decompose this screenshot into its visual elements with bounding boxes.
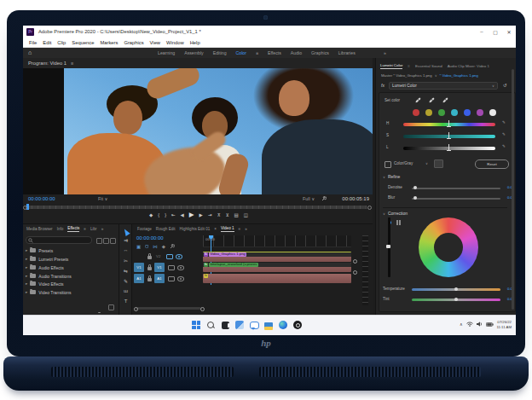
add-marker-button[interactable]: ◆ <box>149 211 153 219</box>
expand-icon[interactable]: ▸ <box>26 248 27 252</box>
widgets-icon[interactable] <box>235 321 245 330</box>
tray-chevron-icon[interactable]: ∧ <box>460 322 463 327</box>
workspace-menu-icon[interactable]: ≡ <box>256 50 258 55</box>
sliders-mode-icon[interactable] <box>396 220 402 225</box>
preview-swatch-icon[interactable] <box>434 159 443 168</box>
mark-in-button[interactable]: { <box>158 211 159 219</box>
color-swatch-red[interactable] <box>413 109 419 116</box>
lock-icon[interactable] <box>147 256 152 259</box>
color-swatch-purple[interactable] <box>477 109 483 116</box>
menu-edit[interactable]: Edit <box>43 40 51 45</box>
timeline-vertical-scrollbar[interactable] <box>362 235 368 305</box>
tab-highlights-edit[interactable]: Highlights Edit 01 <box>180 227 211 231</box>
nest-toggle-icon[interactable]: ▣ <box>136 244 141 249</box>
extract-button[interactable]: ⊻ <box>225 211 228 219</box>
luma-edit-icon[interactable]: ✎ <box>502 144 506 148</box>
effects-list-item[interactable]: ▸Audio Transitions <box>26 272 72 280</box>
workspace-tab-editing[interactable]: Editing <box>213 50 227 55</box>
tab-effects[interactable]: Effects <box>67 226 79 232</box>
pinned-app-icon[interactable] <box>293 321 303 330</box>
selected-clip-label[interactable]: * Video_Graphics 1.png <box>440 73 478 78</box>
chat-icon[interactable] <box>250 321 259 330</box>
zoom-handle-right[interactable] <box>200 307 205 311</box>
blur-slider[interactable] <box>412 198 500 200</box>
color-wheel[interactable] <box>419 217 478 277</box>
effects-list-item[interactable]: ▸Video Transitions <box>26 288 72 296</box>
saturation-slider-handle[interactable] <box>448 132 449 138</box>
workspace-tab-audio[interactable]: Audio <box>291 50 302 55</box>
panel-menu-icon[interactable]: ≡ <box>84 227 86 231</box>
denoise-slider[interactable] <box>412 188 500 189</box>
effects-search-input[interactable] <box>26 236 92 244</box>
workspace-tab-assembly[interactable]: Assembly <box>184 50 204 55</box>
lumetri-scrollbar[interactable] <box>512 69 514 310</box>
playback-resolution-dropdown[interactable]: Full ∨ <box>303 196 315 201</box>
camera-icon[interactable] <box>168 265 175 270</box>
menu-sequence[interactable]: Sequence <box>72 40 94 45</box>
close-button[interactable]: ✕ <box>502 26 516 38</box>
master-clip-label[interactable]: Master * Video_Graphics 1.png <box>381 73 432 78</box>
hue-edit-icon[interactable]: ✎ <box>502 120 506 125</box>
eyedropper-icon[interactable] <box>415 97 421 103</box>
camera-icon[interactable] <box>168 276 175 281</box>
new-folder-icon[interactable] <box>108 304 114 310</box>
close-tab-icon[interactable]: × <box>214 227 217 231</box>
tab-media-browser[interactable]: Media Browser <box>26 227 53 231</box>
workspace-tab-effects[interactable]: Effects <box>268 50 281 55</box>
program-tab-label[interactable]: Program: Video 1 <box>28 61 66 66</box>
workspace-tab-color[interactable]: Color <box>236 50 246 55</box>
color-swatch-blue[interactable] <box>464 109 471 116</box>
eye-toggle-icon[interactable] <box>176 254 182 259</box>
hue-slider-handle[interactable] <box>448 120 449 126</box>
settings-wrench-icon[interactable] <box>321 196 327 201</box>
eyedropper-minus-icon[interactable] <box>442 97 448 103</box>
panel-menu-icon[interactable]: ≡ <box>71 61 73 66</box>
linked-selection-icon[interactable]: ⋈ <box>153 244 158 249</box>
refine-section-header[interactable]: ∨ Refine <box>383 174 400 179</box>
maximize-button[interactable]: ▢ <box>489 26 502 38</box>
timeline-ruler[interactable] <box>203 235 351 247</box>
tab-lumetri-color[interactable]: Lumetri Color <box>380 63 402 69</box>
selection-tool[interactable] <box>122 228 130 236</box>
speaker-icon[interactable] <box>477 322 483 327</box>
clip-audio[interactable]: fx <box>203 274 351 283</box>
source-patch[interactable]: A1 <box>134 274 144 283</box>
go-to-out-button[interactable]: ⇥ <box>208 211 212 219</box>
workspace-tab-learning[interactable]: Learning <box>158 50 175 55</box>
razor-tool[interactable]: ✂ <box>119 258 132 264</box>
lock-icon[interactable] <box>147 267 152 270</box>
color-swatch-green[interactable] <box>438 109 445 116</box>
play-button[interactable]: ▶ <box>189 211 194 219</box>
eye-toggle-icon[interactable] <box>177 276 184 281</box>
source-patch[interactable]: V1 <box>134 263 144 272</box>
track-target[interactable]: V1 <box>154 263 165 272</box>
effects-list-item[interactable]: ▸Presets <box>26 246 53 254</box>
temperature-knob[interactable] <box>454 287 458 291</box>
saturation-edit-icon[interactable]: ✎ <box>502 132 506 136</box>
effects-list-item[interactable]: ▸Audio Effects <box>26 264 64 271</box>
search-icon[interactable] <box>206 321 216 330</box>
timeline-settings-wrench-icon[interactable] <box>170 244 175 249</box>
expand-icon[interactable]: ▸ <box>26 257 27 261</box>
menu-markers[interactable]: Markers <box>100 40 118 45</box>
lift-button[interactable]: ⊼ <box>217 211 220 219</box>
correction-section-header[interactable]: ∨ Correction <box>383 211 408 216</box>
workspace-tab-graphics[interactable]: Graphics <box>311 50 329 55</box>
scrubber-start-handle[interactable] <box>23 206 27 210</box>
ripple-edit-tool[interactable]: ↔ <box>119 247 132 252</box>
minimize-button[interactable]: – <box>475 26 489 38</box>
slip-tool[interactable]: ⇆ <box>119 268 132 274</box>
snap-icon[interactable]: Ω <box>145 244 148 249</box>
effect-selector-dropdown[interactable]: Lumetri Color ∨ <box>389 82 498 90</box>
effects-list-item[interactable]: ▸Video Effects <box>26 280 64 287</box>
menu-window[interactable]: Window <box>166 40 184 45</box>
workspace-tab-libraries[interactable]: Libraries <box>338 50 356 55</box>
tab-video-1[interactable]: Video 1 <box>221 226 234 232</box>
color-swatch-yellow[interactable] <box>425 109 432 116</box>
track-select-forward-tool[interactable]: ⇉ <box>119 237 132 243</box>
tab-footage[interactable]: Footage <box>137 227 152 231</box>
effects-filter-accelerated-icon[interactable] <box>96 238 102 244</box>
home-icon[interactable]: ⌂ <box>28 49 32 55</box>
track-target[interactable]: A1 <box>154 274 165 283</box>
edge-browser-icon[interactable] <box>279 321 288 330</box>
